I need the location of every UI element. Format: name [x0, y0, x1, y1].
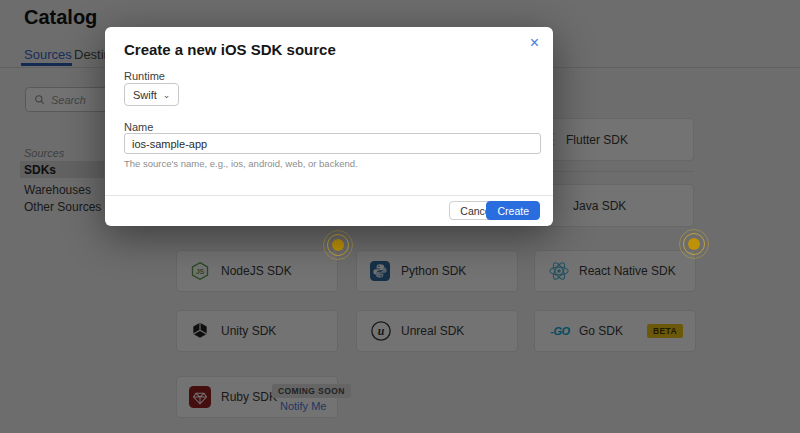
runtime-select[interactable]: Swift ⌄: [124, 83, 179, 106]
modal-footer-divider: [105, 195, 553, 196]
name-field[interactable]: [124, 133, 541, 154]
catalog-screen: Catalog Sources Destinations Search Sour…: [0, 0, 800, 433]
pulse-beacon[interactable]: [324, 231, 352, 259]
beacon-core: [332, 239, 344, 251]
name-label: Name: [124, 121, 153, 133]
create-button[interactable]: Create: [486, 201, 540, 220]
runtime-label: Runtime: [124, 70, 165, 82]
close-icon[interactable]: ×: [530, 35, 539, 51]
create-source-modal: Create a new iOS SDK source × Runtime Sw…: [105, 27, 553, 226]
pulse-beacon[interactable]: [680, 230, 708, 258]
modal-title: Create a new iOS SDK source: [124, 41, 336, 58]
beacon-core: [688, 238, 700, 250]
runtime-value: Swift: [133, 89, 157, 101]
chevron-down-icon: ⌄: [163, 90, 171, 100]
name-help-text: The source's name, e.g., ios, android, w…: [124, 158, 358, 169]
